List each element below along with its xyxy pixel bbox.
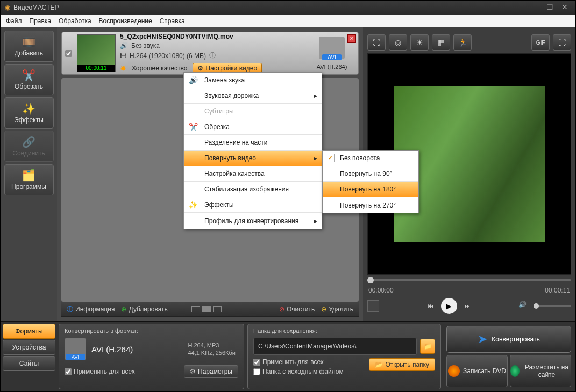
globe-icon xyxy=(510,365,520,377)
folder-source[interactable]: Папка с исходным файлом xyxy=(253,368,344,375)
clear-icon: ⊘ xyxy=(279,305,285,313)
rotate-none[interactable]: ✔Без поворота xyxy=(323,151,418,166)
programs-button[interactable]: 🗂️Программы xyxy=(4,164,54,195)
device-icon[interactable]: AVI xyxy=(319,37,345,59)
ctx-effects[interactable]: ✨Эффекты xyxy=(184,197,322,213)
focus-tool-button[interactable]: ◎ xyxy=(389,34,407,51)
file-name: 5_Q2xpcHNfSEQ0NDY0NTVfMQ.mov xyxy=(120,33,303,40)
format-sub1: H.264, MP3 xyxy=(188,341,238,349)
status-bar: ⓘИнформация ⊕Дублировать ⊘Очистить ⊖Удал… xyxy=(61,302,359,317)
gif-button[interactable]: GIF xyxy=(531,34,550,51)
left-toolbar: 🎞️Добавить ✂️Обрезать ✨Эффекты 🔗Соединит… xyxy=(1,27,57,321)
params-button[interactable]: ⚙Параметры xyxy=(184,365,238,378)
file-checkbox[interactable] xyxy=(65,50,72,57)
effects-icon: ✨ xyxy=(187,199,199,211)
vset-label: Настройки видео xyxy=(205,65,257,72)
format-name[interactable]: AVI (H.264) xyxy=(91,345,133,354)
ctx-audio-track[interactable]: Звуковая дорожка▸ xyxy=(184,88,322,104)
maximize-button[interactable]: ☐ xyxy=(543,3,556,12)
ctx-quality[interactable]: Настройка качества xyxy=(184,166,322,182)
rotate-180[interactable]: Повернуть на 180° xyxy=(323,182,418,197)
rotate-90[interactable]: Повернуть на 90° xyxy=(323,166,418,182)
time-total: 00:00:11 xyxy=(545,287,570,294)
device-tag: AVI xyxy=(322,54,342,60)
duplicate-button[interactable]: ⊕Дублировать xyxy=(121,305,167,313)
burn-dvd-button[interactable]: Записать DVD xyxy=(446,355,508,387)
duplicate-icon: ⊕ xyxy=(121,305,126,313)
time-current: 00:00:00 xyxy=(368,287,394,294)
crop-button[interactable]: ✂️Обрезать xyxy=(4,64,54,95)
effects-label: Эффекты xyxy=(14,116,44,124)
tab-formats[interactable]: Форматы xyxy=(3,324,55,339)
menu-edit[interactable]: Правка xyxy=(30,17,52,25)
ctx-replace-audio[interactable]: 🔊Замена звука xyxy=(184,73,322,88)
fullscreen-button[interactable]: ⛶ xyxy=(553,34,571,51)
ctx-crop[interactable]: ✂️Обрезка xyxy=(184,119,322,135)
programs-label: Программы xyxy=(11,183,46,190)
close-button[interactable]: ✕ xyxy=(558,3,571,12)
snapshot-button[interactable] xyxy=(367,300,379,312)
info-icon[interactable]: ⓘ xyxy=(209,51,216,60)
folder-path[interactable]: C:\Users\ContentManager\Videos\ xyxy=(253,338,417,355)
rotate-submenu: ✔Без поворота Повернуть на 90° Повернуть… xyxy=(322,150,419,213)
seek-slider[interactable] xyxy=(367,275,571,286)
quality-star-icon: ✸ xyxy=(120,64,126,73)
crop-tool-button[interactable]: ⛶ xyxy=(367,34,386,51)
play-button[interactable]: ▶ xyxy=(441,298,457,314)
info-icon: ⓘ xyxy=(67,305,73,314)
quality-label: Хорошее качество xyxy=(132,65,187,72)
ctx-profile[interactable]: Профиль для конвертирования▸ xyxy=(184,213,322,229)
prev-button[interactable]: ⏮ xyxy=(425,300,437,312)
folder-icon: 📂 xyxy=(375,361,383,368)
ctx-stabilize[interactable]: Стабилизация изображения xyxy=(184,182,322,197)
next-button[interactable]: ⏭ xyxy=(461,300,473,312)
open-folder-button[interactable]: 📂Открыть папку xyxy=(369,358,435,371)
effects-button[interactable]: ✨Эффекты xyxy=(4,97,54,129)
menu-file[interactable]: Файл xyxy=(6,17,22,25)
app-title: ВидеоМАСТЕР xyxy=(13,4,59,11)
remove-file-button[interactable]: ✕ xyxy=(347,34,356,43)
publish-site-button[interactable]: Разместить на сайте xyxy=(510,355,571,387)
minimize-button[interactable]: — xyxy=(528,3,541,12)
ctx-split[interactable]: Разделение на части xyxy=(184,135,322,151)
delete-button[interactable]: ⊖Удалить xyxy=(321,305,353,313)
menubar: Файл Правка Обработка Воспроизведение Сп… xyxy=(1,15,575,27)
gear-icon: ⚙ xyxy=(190,368,196,375)
actions-panel: ➤Конвертировать Записать DVD Разместить … xyxy=(444,324,573,389)
tab-devices[interactable]: Устройства xyxy=(3,340,55,355)
view-toggle[interactable] xyxy=(191,306,222,312)
tab-sites[interactable]: Сайты xyxy=(3,356,55,371)
menu-help[interactable]: Справка xyxy=(160,17,185,25)
clear-button[interactable]: ⊘Очистить xyxy=(279,305,315,313)
format-apply-all[interactable]: Применить для всех xyxy=(65,368,135,375)
browse-button[interactable]: 📁 xyxy=(420,339,435,354)
folder-apply-all[interactable]: Применить для всех xyxy=(253,358,344,366)
ctx-rotate[interactable]: Повернуть видео▸ xyxy=(184,151,322,166)
preview-toolbar: ⛶ ◎ ☀ ▦ 🏃 GIF ⛶ xyxy=(367,32,571,53)
info-button[interactable]: ⓘИнформация xyxy=(67,305,115,314)
volume-icon[interactable]: 🔊 xyxy=(518,301,529,311)
convert-button[interactable]: ➤Конвертировать xyxy=(446,326,571,353)
chevron-right-icon: ▸ xyxy=(314,154,317,162)
join-button[interactable]: 🔗Соединить xyxy=(4,131,54,162)
folder-panel: Папка для сохранения: C:\Users\ContentMa… xyxy=(247,324,441,389)
format-icon[interactable]: AVI xyxy=(65,338,86,360)
format-panel: Конвертировать в формат: AVI AVI (H.264)… xyxy=(59,324,244,389)
speed-tool-button[interactable]: 🏃 xyxy=(453,34,472,51)
menu-process[interactable]: Обработка xyxy=(59,17,91,25)
noaudio-label: Без звука xyxy=(131,42,160,49)
file-card[interactable]: 00:00:11 5_Q2xpcHNfSEQ0NDY0NTVfMQ.mov 🔊Б… xyxy=(61,32,359,75)
codec-label: H.264 (1920x1080) (6 МБ) xyxy=(130,52,206,60)
frame-tool-button[interactable]: ▦ xyxy=(432,34,450,51)
add-button[interactable]: 🎞️Добавить xyxy=(4,31,54,62)
file-thumbnail[interactable]: 00:00:11 xyxy=(77,34,116,72)
menu-playback[interactable]: Воспроизведение xyxy=(99,17,152,25)
chevron-right-icon: ▸ xyxy=(314,92,317,99)
rotate-270[interactable]: Повернуть на 270° xyxy=(323,197,418,213)
check-icon: ✔ xyxy=(326,154,335,162)
chevron-right-icon: ▸ xyxy=(314,217,317,225)
crop-label: Обрезать xyxy=(15,83,43,90)
sound-icon: 🔊 xyxy=(187,74,199,86)
volume-slider[interactable] xyxy=(534,305,571,307)
brightness-tool-button[interactable]: ☀ xyxy=(410,34,429,51)
